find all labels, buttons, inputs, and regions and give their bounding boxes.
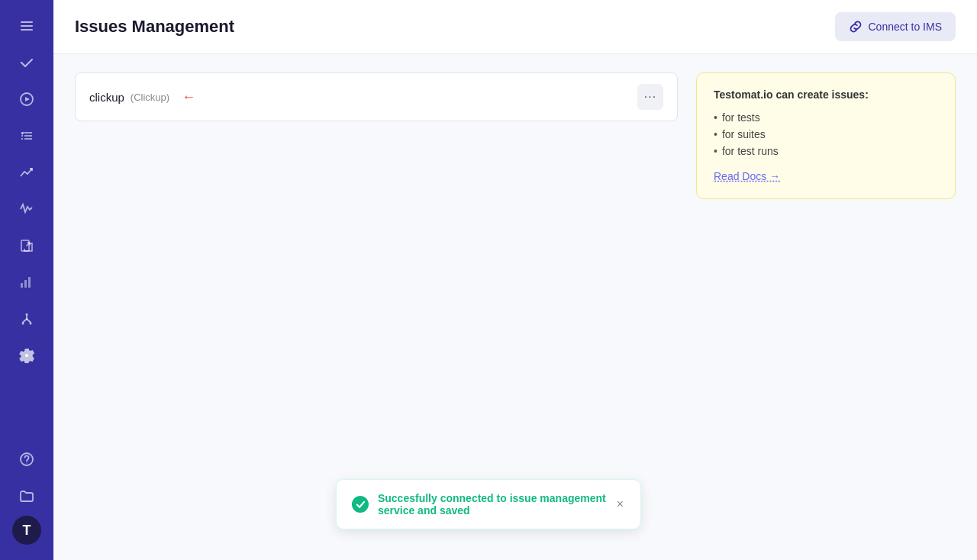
sidebar-item-check[interactable] xyxy=(10,46,44,79)
sidebar-item-menu[interactable] xyxy=(10,9,44,43)
sidebar-item-help[interactable] xyxy=(10,443,44,476)
toast-notification: Succesfully connected to issue managemen… xyxy=(336,479,641,529)
list-item: for test runs xyxy=(714,145,938,157)
sidebar-item-checklist[interactable] xyxy=(10,119,44,153)
svg-rect-1 xyxy=(21,25,33,27)
toast-message: Succesfully connected to issue managemen… xyxy=(378,492,606,517)
connect-to-ims-button[interactable]: Connect to IMS xyxy=(835,12,956,41)
toast-success-icon xyxy=(352,496,369,513)
left-panel: clickup (Clickup) ← ··· xyxy=(75,72,678,542)
svg-rect-0 xyxy=(21,21,33,23)
page-title: Issues Management xyxy=(75,17,234,37)
svg-rect-4 xyxy=(21,240,29,251)
info-panel-list: for tests for suites for test runs xyxy=(714,111,938,157)
sidebar-item-trend[interactable] xyxy=(10,156,44,189)
info-panel-title: Testomat.io can create issues: xyxy=(714,89,938,101)
sidebar-item-folder[interactable] xyxy=(10,479,44,513)
sidebar-item-barchart[interactable] xyxy=(10,266,44,299)
svg-line-14 xyxy=(27,319,31,323)
page-header: Issues Management Connect to IMS xyxy=(53,0,977,54)
list-item: for tests xyxy=(714,111,938,124)
sidebar-item-export[interactable] xyxy=(10,229,44,262)
link-icon xyxy=(849,20,863,34)
svg-rect-7 xyxy=(28,277,31,288)
toast-close-button[interactable]: × xyxy=(615,496,625,513)
svg-line-13 xyxy=(23,319,27,323)
integration-tag: (Clickup) xyxy=(131,92,169,103)
integration-name: clickup (Clickup) ← xyxy=(89,89,195,105)
sidebar-item-fork[interactable] xyxy=(10,302,44,336)
sidebar-item-activity[interactable] xyxy=(10,192,44,226)
more-options-button[interactable]: ··· xyxy=(637,84,663,110)
arrow-left-icon: ← xyxy=(182,89,195,105)
svg-rect-5 xyxy=(21,283,23,288)
info-panel: Testomat.io can create issues: for tests… xyxy=(696,72,956,199)
sidebar: T xyxy=(0,0,53,560)
toast-container: Succesfully connected to issue managemen… xyxy=(336,479,641,529)
sidebar-item-settings[interactable] xyxy=(10,339,44,372)
list-item: for suites xyxy=(714,128,938,140)
svg-rect-6 xyxy=(24,280,27,288)
read-docs-link[interactable]: Read Docs → xyxy=(714,170,780,182)
sidebar-item-play[interactable] xyxy=(10,82,44,116)
svg-rect-2 xyxy=(21,29,33,31)
integration-item: clickup (Clickup) ← ··· xyxy=(75,72,678,121)
svg-point-16 xyxy=(26,462,27,463)
main-content: Issues Management Connect to IMS clickup… xyxy=(53,0,977,560)
avatar[interactable]: T xyxy=(12,516,41,545)
